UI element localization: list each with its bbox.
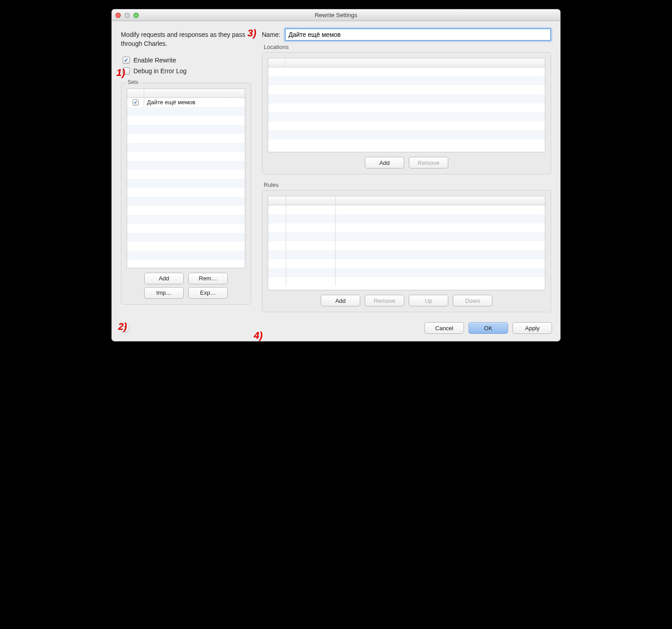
- debug-error-log-label: Debug in Error Log: [133, 67, 186, 75]
- ok-button[interactable]: OK: [469, 322, 508, 334]
- sets-import-button[interactable]: Imp…: [144, 287, 184, 299]
- window-title: Rewrite Settings: [112, 12, 560, 18]
- close-icon[interactable]: [115, 13, 121, 18]
- name-label: Name:: [262, 31, 280, 38]
- name-input[interactable]: [285, 28, 551, 41]
- locations-remove-button[interactable]: Remove: [409, 157, 448, 168]
- rules-up-button[interactable]: Up: [409, 295, 448, 306]
- apply-button[interactable]: Apply: [513, 322, 552, 334]
- rules-table[interactable]: [268, 196, 545, 290]
- sets-table[interactable]: Дайте ещё мемов: [127, 89, 245, 268]
- set-item-name: Дайте ещё мемов: [144, 99, 245, 106]
- locations-label: Locations: [264, 44, 551, 50]
- enable-rewrite-label: Enable Rewrite: [133, 57, 176, 64]
- traffic-lights: [115, 13, 139, 18]
- rules-down-button[interactable]: Down: [453, 295, 492, 306]
- debug-error-log-checkbox[interactable]: [123, 67, 130, 75]
- locations-table[interactable]: [268, 58, 545, 152]
- cancel-button[interactable]: Cancel: [424, 322, 464, 334]
- description-text: Modify requests and responses as they pa…: [121, 28, 251, 49]
- sets-add-button[interactable]: Add: [144, 273, 184, 284]
- minimize-icon[interactable]: [124, 13, 130, 18]
- sets-group-label: Sets: [126, 79, 140, 85]
- sets-row[interactable]: Дайте ещё мемов: [127, 98, 245, 107]
- set-item-checkbox[interactable]: [133, 99, 139, 106]
- enable-rewrite-checkbox[interactable]: [123, 57, 130, 64]
- rules-add-button[interactable]: Add: [321, 295, 360, 306]
- zoom-icon[interactable]: [133, 13, 139, 18]
- locations-add-button[interactable]: Add: [365, 157, 404, 168]
- rules-remove-button[interactable]: Remove: [365, 295, 404, 306]
- help-button[interactable]: ?: [120, 323, 130, 333]
- sets-export-button[interactable]: Exp…: [188, 287, 228, 299]
- rewrite-settings-window: Rewrite Settings 1) 2) Modify requests a…: [111, 9, 561, 341]
- rules-label: Rules: [264, 182, 551, 188]
- titlebar[interactable]: Rewrite Settings: [112, 9, 560, 21]
- sets-remove-button[interactable]: Rem…: [188, 273, 228, 284]
